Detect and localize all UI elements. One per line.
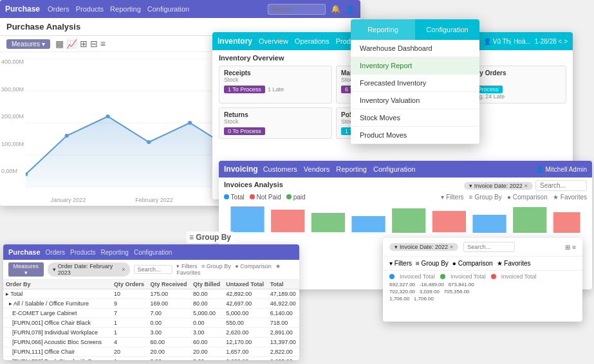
pivot-icon[interactable]: ⊟ [90,39,98,49]
nav-products[interactable]: Products [76,5,104,13]
receipts-process-btn[interactable]: 1 To Process [224,86,265,93]
inv2-user: 👤 Mitchell Admin [536,166,587,173]
inv-nav-overview[interactable]: Overview [259,37,288,45]
legend-total: Total [224,194,245,201]
svg-rect-21 [472,215,506,233]
returns-title: Returns [224,111,327,118]
filter-badge-text: Invoice Date: 2022 [474,183,523,189]
ifb-row3: 1,706.00 1,706.00 [389,296,576,302]
chart-y-labels: 400,00M 300,00M 200,00M 100,00M 0,00M [0,59,24,174]
nav-configuration[interactable]: Configuration [147,5,189,13]
invoicing-search-input[interactable] [535,180,587,191]
col-untaxed[interactable]: Untaxed Total [223,280,267,289]
inv2-configuration[interactable]: Configuration [373,165,415,173]
inv2-filter-items: ▾ Filters ≡ Group By ● Comparison ★ Favo… [441,194,587,201]
ps-filter-bar: ▾ Filters ≡ Group By ● Comparison ★ Favo… [176,263,294,276]
ps-orders[interactable]: Orders [46,249,66,256]
ifb-comparison[interactable]: ● Comparison [452,260,493,267]
bar-chart-icon[interactable]: ▦ [55,39,64,49]
table-row: [FURN,001] Office Chair Black 10.000.005… [3,318,299,328]
group-by-label: ≡ Group By [187,232,234,243]
ifb-chart-area: Invoiced Total Invoiced Total Invoiced T… [383,271,582,304]
user-icon: 👤 [346,5,355,14]
nav-orders[interactable]: Orders [48,5,70,13]
ps-filters[interactable]: ▾ Filters [176,263,197,269]
inv2-favorites[interactable]: ★ Favorites [553,194,587,201]
nav-search-input[interactable] [268,4,326,15]
dropdown-product-moves[interactable]: Product Moves [351,127,479,144]
inv-nav-right: 👤 Vũ Thị Hoà... 1-28/28 < > [483,38,568,45]
ps-date-filter[interactable]: ▾ Order Date: February 2023 × [48,262,131,277]
purchase-brand[interactable]: Purchase [5,5,40,14]
invoicing-content: Invoices Analysis ▾ Invoice Date: 2022 ×… [219,177,592,239]
col-qty-orders[interactable]: Qty Orders [111,280,147,289]
y-label-0: 0,00M [1,168,24,174]
receipts-late: 1 Late [268,86,284,93]
y-label-200: 200,00M [1,113,24,120]
ifb-search-input[interactable] [463,242,515,252]
inv-pagination: 1-28/28 < > [535,38,568,45]
ifb-date-filter[interactable]: ▾ Invoice Date: 2022 × [389,243,458,251]
purchase-nav-items: Orders Products Reporting Configuration [48,5,189,13]
inv2-comparison[interactable]: ● Comparison [507,194,548,201]
invoice-date-filter-badge[interactable]: ▾ Invoice Date: 2022 × [464,182,533,190]
row-acoustic: [FURN,066] Acoustic Bloc Screens [3,338,111,347]
col-qty-received[interactable]: Qty Received [147,280,190,289]
inv2-nav-right: 👤 Mitchell Admin [536,166,587,173]
purchase-small-toolbar: Measures ▾ ▾ Order Date: February 2023 ×… [3,260,299,280]
legend-paid: paid [286,194,306,201]
svg-point-7 [65,134,69,138]
dropdown-inventory-valuation[interactable]: Inventory Valuation [351,92,479,109]
dropdown-inventory-report[interactable]: Inventory Report [351,57,479,75]
col-qty-billed[interactable]: Qty Billed [190,280,223,289]
dropdown-configuration-tab[interactable]: Configuration [415,19,479,40]
measures-button[interactable]: Measures ▾ [6,39,50,49]
col-order-by[interactable]: Order By [3,280,111,289]
inv2-filters[interactable]: ▾ Filters [441,194,463,201]
filter-funnel-icon: ▾ [469,183,472,189]
dropdown-warehouse-dashboard[interactable]: Warehouse Dashboard [351,40,479,57]
filter-remove-icon[interactable]: × [524,183,528,189]
ifb-filters[interactable]: ▾ Filters [389,260,412,267]
ifb-filter-icon: ▾ [394,244,398,250]
bell-icon: 🔔 [331,5,340,14]
ifb-filter-remove[interactable]: × [450,244,453,250]
purchase-small-table-container[interactable]: Order By Qty Orders Qty Received Qty Bil… [3,280,299,360]
inv2-groupby[interactable]: ≡ Group By [469,194,502,201]
ifb-filter-bar: ▾ Filters ≡ Group By ● Comparison ★ Favo… [383,257,582,271]
table-row: [FURN,788] Desk Stand with Screen 13.003… [3,357,299,361]
list-icon[interactable]: ≡ [100,39,106,49]
ps-reporting[interactable]: Reporting [101,249,129,256]
page-title: Purchase Analysis [6,22,80,32]
ps-filter-remove[interactable]: × [122,266,125,273]
svg-rect-23 [553,212,580,233]
inv2-reporting[interactable]: Reporting [336,165,367,173]
ps-search-input[interactable] [134,265,172,274]
purchase-small-brand[interactable]: Purchase [8,248,41,256]
table-row: [FURN,078] Individual Workplace 13.003.0… [3,328,299,338]
ps-comparison[interactable]: ● Comparison [235,263,271,269]
invoicing-brand[interactable]: Invoicing [224,165,258,174]
x-feb: February 2022 [135,197,173,203]
inv-nav-operations[interactable]: Operations [295,37,329,45]
line-chart-icon[interactable]: 📈 [66,39,77,49]
inv2-customers[interactable]: Customers [263,165,297,173]
returns-process-btn[interactable]: 0 To Process [224,127,265,135]
ifb-favorites[interactable]: ★ Favorites [497,260,531,267]
ifb-groupby[interactable]: ≡ Group By [416,260,449,267]
col-total[interactable]: Total [268,280,299,289]
ps-products[interactable]: Products [70,249,95,256]
inv2-vendors[interactable]: Vendors [304,165,329,173]
dropdown-reporting-tab[interactable]: Reporting [351,19,415,40]
nav-right: 🔔 👤 [268,4,355,15]
ps-configuration[interactable]: Configuration [134,249,172,256]
filter-icon[interactable]: ⊞ [80,39,88,49]
inventory-brand[interactable]: Inventory [218,37,252,46]
dropdown-stock-moves[interactable]: Stock Moves [351,109,479,127]
nav-reporting[interactable]: Reporting [110,5,141,13]
dropdown-header: Reporting Configuration [351,19,479,40]
ps-measures-btn[interactable]: Measures ▾ [8,262,44,277]
ps-groupby[interactable]: ≡ Group By [201,263,231,269]
dropdown-forecasted-inventory[interactable]: Forecasted Inventory [351,75,479,92]
receipts-sub: Stock [224,77,327,83]
